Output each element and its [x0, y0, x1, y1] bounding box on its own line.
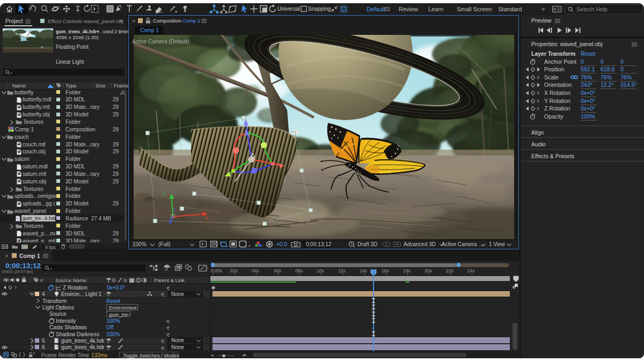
svg-text:X: X: [206, 216, 209, 221]
svg-text:fx: fx: [123, 278, 128, 283]
svg-text:Y: Y: [162, 192, 165, 197]
svg-text:Universal: Universal: [277, 6, 300, 12]
svg-text:Z: Z: [173, 208, 176, 212]
svg-text:Snapping: Snapping: [308, 6, 331, 12]
svg-text:+0.0: +0.0: [276, 241, 287, 247]
